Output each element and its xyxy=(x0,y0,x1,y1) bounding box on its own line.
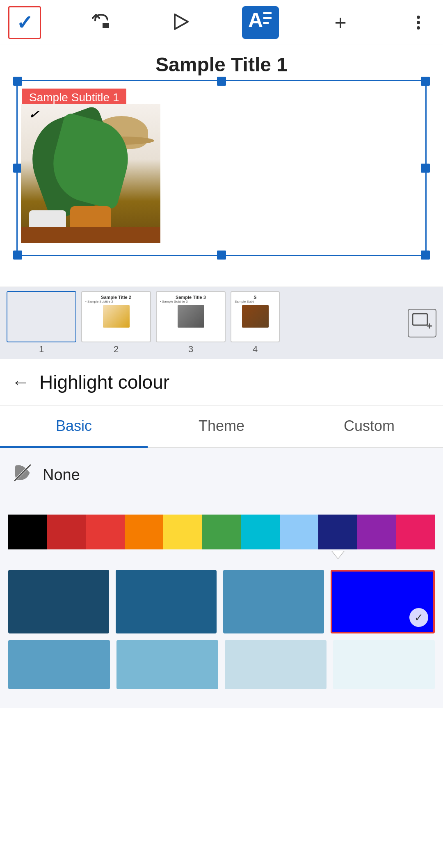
tab-theme[interactable]: Theme xyxy=(148,406,295,448)
shade-cell-1-2[interactable] xyxy=(116,570,217,633)
slide-4-image xyxy=(242,305,269,328)
text-format-icon: A xyxy=(246,8,275,37)
handle-tl[interactable] xyxy=(13,77,22,86)
toolbar: ✓ A + xyxy=(0,0,443,45)
slide-number-4: 4 xyxy=(253,344,258,355)
svg-marker-0 xyxy=(175,14,188,29)
shade-cell-1-3[interactable] xyxy=(223,570,324,633)
color-light-blue[interactable] xyxy=(280,515,319,549)
undo-icon xyxy=(91,11,114,33)
no-fill-icon xyxy=(12,462,33,487)
color-red[interactable] xyxy=(86,515,125,549)
plus-icon: + xyxy=(334,11,346,34)
shade-row-1: ✓ xyxy=(8,570,435,633)
color-yellow[interactable] xyxy=(163,515,202,549)
play-icon xyxy=(171,12,190,33)
slide-number-2: 2 xyxy=(114,344,119,355)
handle-tr[interactable] xyxy=(421,77,430,86)
play-button[interactable] xyxy=(164,6,197,39)
tab-basic[interactable]: Basic xyxy=(0,406,148,448)
none-label: None xyxy=(43,466,80,484)
panel-header: ← Highlight colour xyxy=(0,359,443,406)
undo-button[interactable] xyxy=(86,6,119,39)
back-button[interactable]: ← xyxy=(11,372,30,392)
color-dark-blue[interactable] xyxy=(318,515,357,549)
color-purple[interactable] xyxy=(357,515,396,549)
color-tabs: Basic Theme Custom xyxy=(0,406,443,448)
slide-4-subtitle: Sample Subti xyxy=(233,300,277,303)
color-magenta[interactable] xyxy=(396,515,435,549)
nike-logo: ✓ xyxy=(28,108,40,121)
shade-cell-1-1[interactable] xyxy=(8,570,109,633)
shade-cell-2-2[interactable] xyxy=(116,640,218,689)
color-panel: ← Highlight colour Basic Theme Custom No… xyxy=(0,359,443,868)
color-cyan[interactable] xyxy=(241,515,280,549)
svg-rect-5 xyxy=(413,314,427,325)
slide-number-1: 1 xyxy=(39,344,44,355)
slide-canvas: Sample Title 1 Sample Subtitle 1 ✓ xyxy=(0,45,443,287)
basic-colors-row xyxy=(8,515,435,549)
color-dark-red[interactable] xyxy=(47,515,86,549)
slide-number-3: 3 xyxy=(188,344,193,355)
table-surface xyxy=(21,227,160,243)
shade-cell-1-4[interactable]: ✓ xyxy=(331,570,435,633)
tab-custom[interactable]: Custom xyxy=(295,406,443,448)
panel-title: Highlight colour xyxy=(39,371,169,393)
slide-2-subtitle: • Sample Subtitle 2 xyxy=(84,300,148,303)
shade-checkmark: ✓ xyxy=(409,608,428,627)
slide-thumb-4[interactable]: S Sample Subti 4 xyxy=(231,291,280,355)
add-button[interactable]: + xyxy=(324,6,357,39)
slide-3-image xyxy=(178,305,204,328)
slide-3-title: Sample Title 3 xyxy=(158,294,223,300)
handle-mr[interactable] xyxy=(421,164,430,173)
color-orange[interactable] xyxy=(125,515,164,549)
shade-cell-2-4[interactable] xyxy=(333,640,435,689)
more-options-button[interactable] xyxy=(402,6,435,39)
add-slide-button[interactable] xyxy=(408,309,436,337)
shade-cell-2-1[interactable] xyxy=(8,640,110,689)
more-icon xyxy=(417,16,420,30)
checkmark-icon: ✓ xyxy=(16,11,33,34)
handle-tc[interactable] xyxy=(217,77,226,86)
color-green[interactable] xyxy=(202,515,241,549)
handle-bl[interactable] xyxy=(13,251,22,260)
add-slide-icon xyxy=(412,313,432,333)
slide-2-title: Sample Title 2 xyxy=(84,294,148,300)
slide-3-subtitle: • Sample Subtitle 3 xyxy=(158,300,223,303)
svg-text:A: A xyxy=(248,9,263,32)
slide-4-title: S xyxy=(233,294,277,300)
slide-2-image xyxy=(103,305,130,328)
shade-row-2 xyxy=(8,640,435,689)
slide-content-area[interactable]: Sample Subtitle 1 ✓ xyxy=(16,80,427,256)
shade-grid: ✓ xyxy=(0,558,443,708)
slide-thumb-2[interactable]: Sample Title 2 • Sample Subtitle 2 2 xyxy=(81,291,151,355)
slide-thumb-3[interactable]: Sample Title 3 • Sample Subtitle 3 3 xyxy=(156,291,226,355)
handle-bc[interactable] xyxy=(217,251,226,260)
slide-title: Sample Title 1 xyxy=(0,45,443,80)
basic-colors-section xyxy=(0,502,443,558)
color-black[interactable] xyxy=(8,515,47,549)
slide-image: ✓ xyxy=(21,104,160,243)
checkmark-button[interactable]: ✓ xyxy=(8,6,41,39)
handle-br[interactable] xyxy=(421,251,430,260)
slide-thumb-1[interactable]: 1 xyxy=(7,291,76,355)
text-format-button[interactable]: A xyxy=(242,6,279,39)
none-option[interactable]: None xyxy=(0,448,443,502)
selected-indicator xyxy=(332,551,344,558)
slide-strip: 1 Sample Title 2 • Sample Subtitle 2 2 S… xyxy=(0,287,443,359)
shade-cell-2-3[interactable] xyxy=(225,640,327,689)
